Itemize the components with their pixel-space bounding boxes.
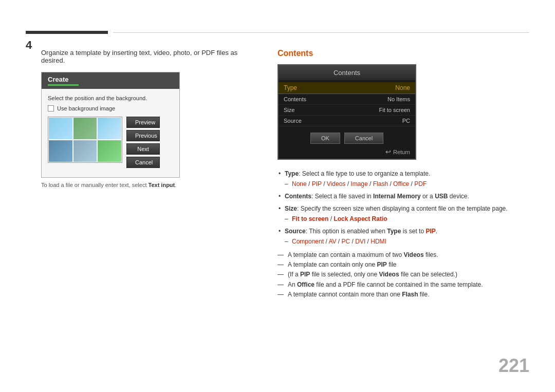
slash3: / — [345, 180, 350, 188]
component-text: Component — [292, 238, 324, 245]
create-dialog: Create Select the position and the backg… — [41, 72, 180, 178]
create-dialog-body: Select the position and the background. … — [42, 89, 179, 177]
bullet-source-text2: is set to — [401, 228, 425, 235]
next-button[interactable]: Next — [126, 143, 160, 155]
contents-label: Contents — [284, 96, 306, 102]
checkbox-row: Use background image — [48, 105, 173, 111]
office-text: Office — [393, 180, 409, 188]
bullet-size-text: : Specify the screen size when displayin… — [297, 205, 508, 212]
pdf-text: PDF — [414, 180, 427, 188]
slash5: / — [388, 180, 393, 188]
bullet-size: Size: Specify the screen size when displ… — [278, 204, 529, 223]
contents-dialog-footer: OK Cancel — [279, 128, 415, 148]
note-3: (If a PIP file is selected, only one Vid… — [278, 270, 529, 279]
cancel-button[interactable]: Cancel — [126, 157, 160, 168]
bullet-type: Type: Select a file type to use to organ… — [278, 169, 529, 189]
videos-bold: Videos — [403, 251, 423, 258]
dialog-buttons: Preview Previous Next Cancel — [126, 117, 160, 168]
size-slash: / — [328, 215, 334, 222]
slash1: / — [307, 180, 312, 188]
thumb-1 — [48, 117, 73, 140]
thumb-3 — [97, 117, 122, 140]
image-text: Image — [350, 180, 367, 188]
source-label: Source — [284, 118, 302, 124]
size-value: Fit to screen — [379, 107, 410, 113]
bullet-list: Type: Select a file type to use to organ… — [278, 169, 529, 246]
return-row: ↩ Return — [279, 148, 415, 159]
contents-dialog: Contents Type None Contents No Items Siz… — [278, 64, 416, 160]
slash6: / — [409, 180, 414, 188]
bullet-type-sub-item: None / PIP / Videos / Image / Flash / Of… — [285, 179, 529, 189]
bullet-contents: Contents: Select a file saved in Interna… — [278, 192, 529, 201]
src-slash4: / — [365, 238, 371, 245]
flash-text: Flash — [373, 180, 388, 188]
divider-line — [113, 32, 529, 33]
bullet-source: Source: This option is enabled when Type… — [278, 227, 529, 246]
contents-row: Contents No Items — [279, 94, 415, 105]
src-slash3: / — [350, 238, 355, 245]
contents-value: No Items — [387, 96, 410, 102]
previous-button[interactable]: Previous — [126, 130, 160, 141]
preview-button[interactable]: Preview — [126, 117, 160, 128]
note-suffix: . — [175, 182, 176, 188]
none-text: None — [292, 180, 307, 188]
slash4: / — [368, 180, 373, 188]
videos-bold-2: Videos — [379, 271, 399, 278]
pip-bold: PIP — [377, 261, 386, 268]
usb-text: USB — [435, 193, 448, 200]
top-bar — [26, 31, 529, 34]
create-dialog-title: Create — [48, 76, 79, 83]
note-link: Text input — [149, 182, 175, 188]
lock-aspect-text: Lock Aspect Ratio — [334, 215, 387, 222]
bullet-contents-label: Contents — [285, 193, 311, 200]
background-image-checkbox[interactable] — [48, 105, 54, 111]
slash2: / — [322, 180, 327, 188]
size-label: Size — [284, 107, 294, 113]
or-text: or a — [421, 193, 435, 200]
progress-fill — [26, 31, 108, 34]
cancel-button-contents[interactable]: Cancel — [344, 133, 383, 144]
src-slash2: / — [337, 238, 342, 245]
type-label: Type — [284, 84, 297, 91]
left-section: Organize a template by inserting text, v… — [41, 49, 247, 188]
thumb-2 — [73, 117, 98, 140]
note-5: A template cannot contain more than one … — [278, 290, 529, 300]
bullet-source-sub: Component / AV / PC / DVI / HDMI — [285, 237, 529, 246]
pip-bold-2: PIP — [300, 271, 310, 278]
note-list: A template can contain a maximum of two … — [278, 250, 529, 300]
dvi-text: DVI — [355, 238, 365, 245]
bullet-source-label: Source — [285, 228, 306, 235]
source-value: PC — [402, 118, 410, 124]
bullet-source-text3: . — [436, 228, 437, 235]
bullet-contents-text: : Select a file saved in — [311, 193, 373, 200]
type-row: Type None — [279, 82, 415, 94]
thumb-4 — [48, 140, 73, 162]
checkbox-label: Use background image — [57, 105, 115, 111]
pip-ref-text: PIP — [425, 228, 435, 235]
return-arrow-icon: ↩ — [385, 148, 391, 156]
device-text: device. — [448, 193, 469, 200]
thumbnail-grid — [48, 117, 122, 163]
av-text: AV — [328, 238, 336, 245]
fit-to-screen-text: Fit to screen — [292, 215, 328, 222]
step-description: Organize a template by inserting text, v… — [41, 49, 247, 64]
pip-text: PIP — [312, 180, 322, 188]
note-2: A template can contain only one PIP file — [278, 260, 529, 270]
bullet-source-sub-item: Component / AV / PC / DVI / HDMI — [285, 237, 529, 246]
ok-button[interactable]: OK — [310, 133, 340, 144]
contents-heading: Contents — [278, 49, 529, 58]
internal-memory-text: Internal Memory — [373, 193, 421, 200]
flash-bold: Flash — [402, 291, 418, 298]
step-number: 4 — [26, 39, 32, 52]
note-prefix: To load a file or manually enter text, s… — [41, 182, 149, 188]
bullet-size-label: Size — [285, 205, 297, 212]
note-1: A template can contain a maximum of two … — [278, 250, 529, 260]
bullet-source-text1: : This option is enabled when — [306, 228, 387, 235]
right-section: Contents Contents Type None Contents No … — [278, 49, 529, 300]
bullet-type-label: Type — [285, 170, 299, 177]
note-4: An Office file and a PDF file cannot be … — [278, 280, 529, 290]
thumb-5 — [73, 140, 98, 162]
src-slash1: / — [324, 238, 328, 245]
type-value: None — [395, 84, 410, 91]
hdmi-text: HDMI — [371, 238, 386, 245]
